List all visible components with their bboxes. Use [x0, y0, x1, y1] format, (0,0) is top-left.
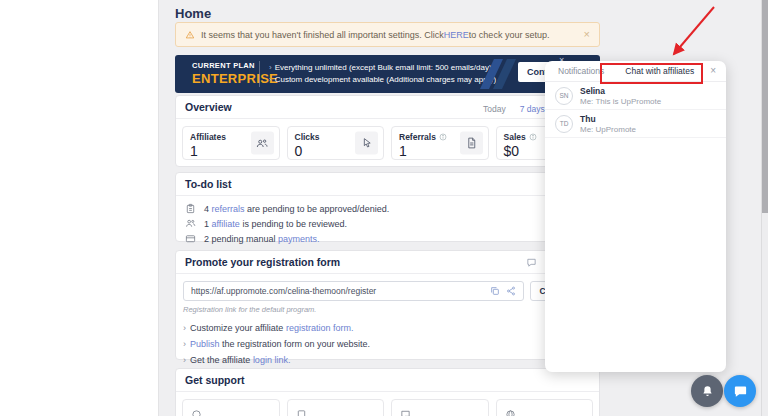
- chevron-right-icon: ›: [183, 339, 186, 349]
- support-item[interactable]: [496, 399, 594, 416]
- chat-panel-close-icon[interactable]: ×: [710, 65, 716, 76]
- range-today-tab[interactable]: Today: [483, 104, 506, 114]
- text-part: Get the affiliate: [190, 355, 253, 365]
- warning-close-icon[interactable]: ×: [584, 29, 590, 40]
- date-range-tabs: Today 7 days: [483, 104, 545, 114]
- plan-features: ›Everything unlimited (except Bulk email…: [269, 62, 496, 86]
- todo-text-part: 2 pending manual: [204, 234, 278, 244]
- todo-title: To-do list: [185, 178, 231, 190]
- todo-row: 2 pending manual payments.: [185, 231, 590, 246]
- stat-card-affiliates: Affiliates 1: [182, 126, 280, 160]
- people-icon: [251, 132, 274, 155]
- tab-notifications[interactable]: Notifications: [558, 66, 604, 76]
- conversation-thu[interactable]: TD Thu Me: UpPromote: [545, 110, 726, 138]
- document-icon: [460, 132, 483, 155]
- notifications-bell-button[interactable]: [691, 375, 723, 407]
- promote-link-text: Publish the registration form on your we…: [190, 339, 370, 349]
- promote-header: Promote your registration form: [176, 251, 599, 274]
- avatar: SN: [555, 87, 573, 105]
- stat-card-clicks: Clicks 0: [287, 126, 385, 160]
- plan-info: CURRENT PLAN ENTERPRISE: [192, 61, 278, 86]
- people-icon: [185, 218, 196, 229]
- promote-link-row: › Publish the registration form on your …: [183, 336, 592, 352]
- plan-feature: ›Custom development available (Additiona…: [269, 74, 496, 86]
- bell-icon: [700, 384, 715, 399]
- clipboard-icon: [185, 203, 196, 214]
- chat-launcher-button[interactable]: [724, 375, 756, 407]
- scrollbar[interactable]: [761, 0, 768, 416]
- todo-header: To-do list: [176, 173, 599, 196]
- share-icon[interactable]: [506, 286, 516, 296]
- support-item[interactable]: [182, 399, 280, 416]
- registration-form-link[interactable]: registration form.: [286, 323, 354, 333]
- conversation-selina[interactable]: SN Selina Me: This is UpPromote: [545, 82, 726, 110]
- headset-icon: [191, 409, 202, 416]
- chevron-right-icon: ›: [183, 355, 186, 365]
- conversation-texts: Selina Me: This is UpPromote: [580, 86, 661, 106]
- overview-title: Overview: [185, 101, 232, 113]
- todo-text: 4 referrals are pending to be approved/d…: [204, 204, 389, 214]
- login-link[interactable]: login link.: [253, 355, 291, 365]
- registration-url: https://af.uppromote.com/celina-themoon/…: [191, 286, 490, 296]
- setup-warning-banner: It seems that you haven't finished all i…: [175, 22, 600, 47]
- support-card: Get support: [175, 368, 600, 416]
- tab-chat-with-affiliates[interactable]: Chat with affiliates: [625, 66, 694, 76]
- info-icon[interactable]: [439, 133, 447, 141]
- support-header: Get support: [176, 369, 599, 392]
- registration-caption: Registration link for the default progra…: [183, 305, 592, 314]
- cursor-icon: [355, 132, 378, 155]
- promote-link-row: › Customize your affiliate registration …: [183, 320, 592, 336]
- conversation-texts: Thu Me: UpPromote: [580, 114, 636, 134]
- text-part: the registration form on your website.: [220, 339, 371, 349]
- warning-text: It seems that you haven't finished all i…: [201, 30, 444, 40]
- todo-text: 1 affiliate is pending to be reviewed.: [204, 219, 347, 229]
- support-item[interactable]: [287, 399, 385, 416]
- warning-text-after: to check your setup.: [469, 30, 550, 40]
- url-icons: [490, 286, 516, 296]
- plan-label: CURRENT PLAN: [192, 61, 278, 70]
- promote-link-text: Get the affiliate login link.: [190, 355, 290, 365]
- promote-link-text: Customize your affiliate registration fo…: [190, 323, 353, 333]
- payments-link[interactable]: payments.: [278, 234, 320, 244]
- todo-text-part: are pending to be approved/denied.: [245, 204, 390, 214]
- plan-name: ENTERPRISE: [192, 71, 278, 86]
- copy-icon[interactable]: [490, 286, 500, 296]
- info-icon[interactable]: [529, 133, 537, 141]
- affiliate-link[interactable]: affiliate: [212, 219, 240, 229]
- scrollbar-thumb[interactable]: [762, 0, 768, 213]
- stat-label-text: Sales: [504, 132, 526, 142]
- chat-icon: [400, 409, 411, 416]
- warning-here-link[interactable]: HERE: [444, 30, 469, 40]
- url-row: https://af.uppromote.com/celina-themoon/…: [183, 281, 592, 301]
- support-item[interactable]: [391, 399, 489, 416]
- promote-body: https://af.uppromote.com/celina-themoon/…: [176, 274, 599, 368]
- range-7days-tab[interactable]: 7 days: [520, 104, 545, 114]
- chevron-right-icon: ›: [269, 75, 272, 84]
- payment-card-icon: [185, 233, 196, 244]
- stat-label-text: Referrals: [399, 132, 436, 142]
- todo-row: 4 referrals are pending to be approved/d…: [185, 201, 590, 216]
- todo-text-part: 1: [204, 219, 212, 229]
- registration-url-field[interactable]: https://af.uppromote.com/celina-themoon/…: [183, 281, 524, 301]
- todo-text-part: is pending to be reviewed.: [240, 219, 347, 229]
- promote-title: Promote your registration form: [185, 256, 340, 268]
- support-title: Get support: [185, 374, 245, 386]
- stat-card-referrals: Referrals 1: [391, 126, 489, 160]
- avatar: TD: [555, 115, 573, 133]
- document-icon: [296, 409, 307, 416]
- todo-text-part: 4: [204, 204, 212, 214]
- chevron-right-icon: ›: [269, 63, 272, 72]
- plan-divider: [259, 61, 260, 87]
- overview-header: Overview Today 7 days: [176, 96, 599, 119]
- publish-link[interactable]: Publish: [190, 339, 220, 349]
- promote-link-row: › Get the affiliate login link.: [183, 352, 592, 368]
- screen: Home It seems that you haven't finished …: [0, 0, 768, 416]
- todo-rows: 4 referrals are pending to be approved/d…: [176, 196, 599, 251]
- chat-bubble-icon: [733, 384, 748, 399]
- text-part: Customize your affiliate: [190, 323, 286, 333]
- todo-card: To-do list 4 referrals are pending to be…: [175, 172, 600, 242]
- chevron-right-icon: ›: [183, 323, 186, 333]
- support-cards: [176, 392, 599, 416]
- referrals-link[interactable]: referrals: [212, 204, 245, 214]
- comment-icon[interactable]: [526, 257, 537, 268]
